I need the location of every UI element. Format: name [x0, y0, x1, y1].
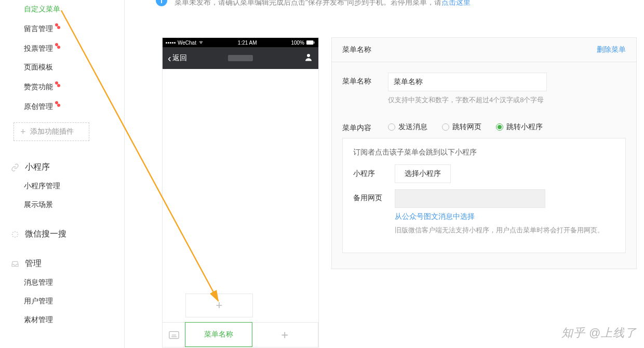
- section-title: 小程序: [25, 162, 50, 173]
- menu-name-label: 菜单名称: [342, 73, 388, 86]
- keyboard-icon: [169, 331, 179, 339]
- notice-bar: i 菜单未发布，请确认菜单编辑完成后点击"保存并发布"同步到手机。若停用菜单，请…: [156, 0, 644, 10]
- keyboard-toggle[interactable]: [163, 323, 185, 347]
- watermark: 知乎 @上线了: [561, 325, 637, 341]
- miniprogram-config-box: 订阅者点击该子菜单会跳到以下小程序 小程序 选择小程序 备用网页 从公众号图文消…: [342, 138, 626, 253]
- config-head: 菜单名称 删除菜单: [332, 38, 636, 62]
- sidebar-item-comment-mgmt[interactable]: 留言管理: [0, 19, 124, 38]
- fallback-hint: 旧版微信客户端无法支持小程序，用户点击菜单时将会打开备用网页。: [395, 225, 604, 236]
- notice-link[interactable]: 点击这里: [441, 0, 471, 7]
- fallback-label: 备用网页: [353, 189, 395, 203]
- sidebar-item-material-mgmt[interactable]: 素材管理: [0, 311, 124, 329]
- svg-point-4: [12, 232, 14, 233]
- radio-jump-miniprogram[interactable]: 跳转小程序: [496, 122, 543, 132]
- sidebar-item-message-mgmt[interactable]: 消息管理: [0, 273, 124, 292]
- menu-bar: 菜单名称 +: [163, 322, 318, 347]
- section-manage[interactable]: 管理: [0, 244, 124, 273]
- svg-point-7: [12, 236, 14, 237]
- svg-point-5: [17, 236, 18, 237]
- profile-icon[interactable]: [304, 52, 313, 64]
- radio-icon: [442, 123, 449, 131]
- sidebar: 自定义菜单 留言管理 投票管理 页面模板 赞赏功能 原创管理 + 添加功能插件 …: [0, 0, 125, 348]
- sidebar-item-user-mgmt[interactable]: 用户管理: [0, 292, 124, 311]
- svg-point-0: [15, 231, 16, 232]
- submenu-add-slot[interactable]: +: [185, 294, 253, 317]
- svg-rect-9: [314, 41, 314, 44]
- sidebar-item-label: 素材管理: [24, 315, 53, 324]
- radio-jump-web[interactable]: 跳转网页: [442, 122, 481, 132]
- sidebar-item-label: 自定义菜单: [24, 5, 60, 13]
- mini-desc: 订阅者点击该子菜单会跳到以下小程序: [353, 148, 615, 157]
- sidebar-item-label: 留言管理: [24, 24, 53, 33]
- title-bar: ‹ 返回: [163, 47, 318, 69]
- config-panel: 菜单名称 删除菜单 菜单名称 仅支持中英文和数字，字数不超过4个汉字或8个字母 …: [331, 37, 637, 269]
- battery-icon: [306, 40, 315, 45]
- menu-name-hint: 仅支持中英文和数字，字数不超过4个汉字或8个字母: [388, 95, 626, 105]
- menu-content-label: 菜单内容: [342, 119, 388, 133]
- radio-label: 跳转小程序: [506, 122, 543, 132]
- radio-label: 发送消息: [398, 122, 427, 132]
- radio-label: 跳转网页: [452, 122, 481, 132]
- plus-icon: +: [216, 299, 223, 312]
- sidebar-item-reward[interactable]: 赞赏功能: [0, 77, 124, 96]
- sidebar-item-custom-menu[interactable]: 自定义菜单: [0, 0, 124, 19]
- choose-miniprogram-button[interactable]: 选择小程序: [395, 164, 451, 183]
- back-label[interactable]: 返回: [172, 53, 187, 63]
- account-name-placeholder: [228, 55, 253, 61]
- svg-point-1: [15, 236, 16, 238]
- info-icon: i: [156, 0, 167, 6]
- row-fallback: 备用网页 从公众号图文消息中选择 旧版微信客户端无法支持小程序，用户点击菜单时将…: [353, 189, 615, 236]
- radio-icon: [388, 123, 395, 131]
- menu-name-input[interactable]: [388, 73, 547, 91]
- status-bar: WeChat 1:21 AM 100%: [163, 38, 318, 47]
- red-dot-icon: [55, 23, 58, 26]
- content-type-radios: 发送消息 跳转网页 跳转小程序: [388, 119, 626, 132]
- watermark-text: 知乎 @上线了: [561, 325, 637, 341]
- phone-preview: WeChat 1:21 AM 100% ‹ 返回 +: [162, 37, 319, 347]
- red-dot-icon: [55, 101, 58, 104]
- row-miniprogram: 小程序 选择小程序: [353, 164, 615, 183]
- menu-item-add[interactable]: +: [252, 323, 319, 347]
- plus-icon: +: [281, 328, 288, 342]
- fallback-url-input[interactable]: [395, 189, 545, 208]
- row-menu-content: 菜单内容 发送消息 跳转网页 跳转小程序: [342, 119, 626, 133]
- section-wesearch[interactable]: 微信搜一搜: [0, 214, 124, 244]
- row-menu-name: 菜单名称 仅支持中英文和数字，字数不超过4个汉字或8个字母: [342, 73, 626, 105]
- sidebar-item-label: 赞赏功能: [24, 82, 53, 91]
- wifi-icon: [198, 40, 204, 45]
- sidebar-item-label: 原创管理: [24, 102, 53, 110]
- phone-body: [163, 69, 318, 322]
- sidebar-item-label: 小程序管理: [24, 182, 60, 190]
- add-plugin-button[interactable]: + 添加功能插件: [14, 122, 89, 141]
- sidebar-item-label: 消息管理: [24, 278, 53, 286]
- svg-point-10: [307, 54, 310, 57]
- svg-rect-8: [306, 40, 313, 45]
- config-title: 菜单名称: [342, 45, 371, 54]
- mini-label: 小程序: [353, 169, 395, 178]
- time-label: 1:21 AM: [238, 40, 257, 46]
- sidebar-item-vote-mgmt[interactable]: 投票管理: [0, 38, 124, 58]
- config-body: 菜单名称 仅支持中英文和数字，字数不超过4个汉字或8个字母 菜单内容 发送消息: [332, 62, 636, 269]
- svg-point-3: [17, 234, 18, 235]
- tray-icon: [10, 259, 20, 269]
- sidebar-item-page-template[interactable]: 页面模板: [0, 58, 124, 77]
- section-title: 管理: [25, 258, 42, 269]
- sidebar-item-original-mgmt[interactable]: 原创管理: [0, 96, 124, 116]
- section-miniprogram[interactable]: 小程序: [0, 147, 124, 177]
- radio-send-message[interactable]: 发送消息: [388, 122, 427, 132]
- link-icon: [10, 163, 20, 172]
- signal-icon: [166, 42, 176, 44]
- delete-menu-link[interactable]: 删除菜单: [597, 45, 626, 54]
- choose-from-articles-link[interactable]: 从公众号图文消息中选择: [395, 212, 475, 220]
- menu-item-1[interactable]: 菜单名称: [185, 322, 252, 347]
- main-area: i 菜单未发布，请确认菜单编辑完成后点击"保存并发布"同步到手机。若停用菜单，请…: [125, 0, 644, 348]
- add-plugin-label: 添加功能插件: [30, 127, 74, 136]
- svg-point-6: [17, 232, 18, 233]
- sparkle-icon: [10, 230, 20, 239]
- radio-icon: [496, 123, 503, 131]
- sidebar-item-display-scene[interactable]: 展示场景: [0, 196, 124, 214]
- sidebar-item-mp-mgmt[interactable]: 小程序管理: [0, 177, 124, 196]
- sidebar-item-label: 用户管理: [24, 297, 53, 305]
- sidebar-item-label: 展示场景: [24, 200, 53, 208]
- back-icon[interactable]: ‹: [168, 52, 171, 64]
